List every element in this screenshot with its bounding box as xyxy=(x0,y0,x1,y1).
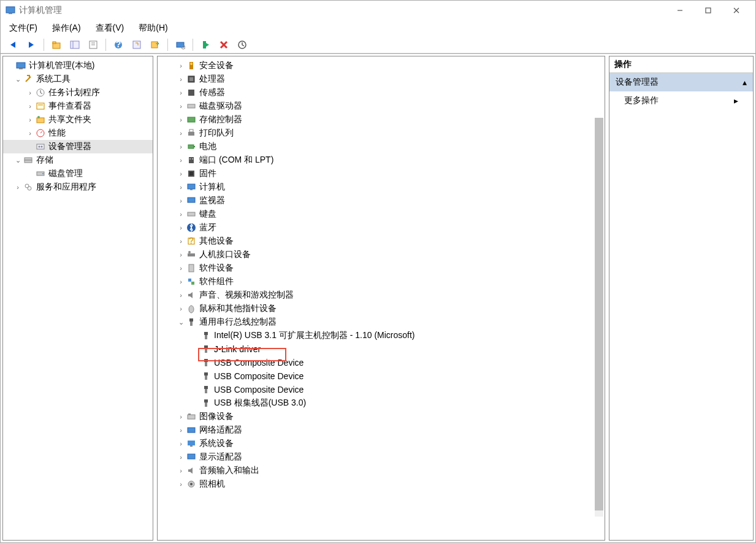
expand-icon[interactable]: › xyxy=(176,264,186,272)
expand-icon[interactable]: › xyxy=(176,426,186,434)
cat-security-devices[interactable]: ›安全设备 xyxy=(158,59,605,72)
collapse-icon[interactable]: ⌄ xyxy=(13,156,23,164)
expand-icon[interactable]: › xyxy=(176,224,186,231)
expand-icon[interactable]: › xyxy=(176,453,186,461)
expand-icon[interactable]: › xyxy=(176,156,186,164)
expand-icon[interactable]: › xyxy=(176,62,186,69)
cat-usb-controllers[interactable]: ⌄通用串行总线控制器 xyxy=(158,315,605,329)
usb-root-hub[interactable]: USB 根集线器(USB 3.0) xyxy=(158,396,605,410)
cat-ports[interactable]: ›端口 (COM 和 LPT) xyxy=(158,153,605,167)
menu-file[interactable]: 文件(F) xyxy=(6,21,41,35)
minimize-button[interactable] xyxy=(666,1,694,20)
show-hide-tree-button[interactable] xyxy=(66,37,83,52)
scan-button[interactable] xyxy=(172,37,189,52)
cat-monitors[interactable]: ›监视器 xyxy=(158,194,605,207)
usb-jlink[interactable]: J-Link driver xyxy=(158,342,605,356)
expand-icon[interactable]: › xyxy=(176,89,186,96)
expand-icon[interactable]: › xyxy=(13,183,23,191)
expand-icon[interactable]: › xyxy=(25,102,35,110)
expand-icon[interactable]: › xyxy=(176,143,186,150)
expand-icon[interactable]: › xyxy=(176,129,186,137)
expand-icon[interactable]: › xyxy=(176,413,186,420)
svg-rect-0 xyxy=(6,7,15,13)
expand-icon[interactable]: › xyxy=(176,116,186,123)
tree-task-scheduler[interactable]: › 任务计划程序 xyxy=(3,86,153,99)
forward-button[interactable] xyxy=(23,37,40,52)
usb-composite-3[interactable]: USB Composite Device xyxy=(158,383,605,396)
cat-disk-drives[interactable]: ›磁盘驱动器 xyxy=(158,99,605,113)
refresh-button[interactable] xyxy=(128,37,145,52)
expand-icon[interactable]: › xyxy=(176,305,186,312)
scrollbar-thumb[interactable] xyxy=(595,118,603,510)
export-button[interactable] xyxy=(147,37,164,52)
cat-software-devices[interactable]: ›软件设备 xyxy=(158,261,605,275)
usb-composite-2[interactable]: USB Composite Device xyxy=(158,369,605,383)
cat-batteries[interactable]: ›电池 xyxy=(158,140,605,153)
expand-icon[interactable]: › xyxy=(176,75,186,83)
help-button[interactable]: ? xyxy=(110,37,127,52)
cat-processors[interactable]: ›处理器 xyxy=(158,72,605,86)
menu-help[interactable]: 帮助(H) xyxy=(135,21,171,35)
cat-firmware[interactable]: ›固件 xyxy=(158,167,605,180)
close-button[interactable] xyxy=(722,1,750,20)
disable-button[interactable] xyxy=(215,37,232,52)
expand-icon[interactable]: › xyxy=(176,291,186,299)
cat-software-components[interactable]: ›软件组件 xyxy=(158,275,605,288)
enable-button[interactable] xyxy=(197,37,214,52)
tree-root[interactable]: 计算机管理(本地) xyxy=(3,59,153,72)
cat-storage-controllers[interactable]: ›存储控制器 xyxy=(158,113,605,126)
up-button[interactable] xyxy=(48,37,65,52)
menu-action[interactable]: 操作(A) xyxy=(48,21,85,35)
expand-icon[interactable]: › xyxy=(25,129,35,137)
expand-icon[interactable]: › xyxy=(176,467,186,474)
tree-services[interactable]: › 服务和应用程序 xyxy=(3,180,153,194)
collapse-icon[interactable]: ⌄ xyxy=(176,318,186,326)
collapse-icon[interactable]: ⌄ xyxy=(13,75,23,83)
actions-more[interactable]: 更多操作 ▸ xyxy=(609,91,753,110)
cat-computer[interactable]: ›计算机 xyxy=(158,180,605,194)
scrollbar[interactable] xyxy=(595,118,603,517)
cat-network[interactable]: ›网络适配器 xyxy=(158,423,605,437)
menu-view[interactable]: 查看(V) xyxy=(92,21,128,35)
tree-disk-mgmt[interactable]: 磁盘管理 xyxy=(3,167,153,180)
expand-icon[interactable]: › xyxy=(176,210,186,218)
cat-cameras[interactable]: ›照相机 xyxy=(158,477,605,491)
cat-system-devices[interactable]: ›系统设备 xyxy=(158,437,605,450)
cat-other-devices[interactable]: ›?其他设备 xyxy=(158,234,605,248)
tree-performance[interactable]: › 性能 xyxy=(3,126,153,140)
cat-sound[interactable]: ›声音、视频和游戏控制器 xyxy=(158,288,605,302)
back-button[interactable] xyxy=(4,37,21,52)
tree-shared-folders[interactable]: › 共享文件夹 xyxy=(3,113,153,126)
properties-button[interactable] xyxy=(85,37,102,52)
cat-bluetooth[interactable]: ›蓝牙 xyxy=(158,221,605,234)
expand-icon[interactable]: › xyxy=(176,183,186,191)
expand-icon[interactable]: › xyxy=(176,170,186,177)
cat-display[interactable]: ›显示适配器 xyxy=(158,450,605,464)
usb-composite-1[interactable]: USB Composite Device xyxy=(158,356,605,369)
tree-device-manager[interactable]: 设备管理器 xyxy=(3,140,153,153)
tree-system-tools[interactable]: ⌄ 系统工具 xyxy=(3,72,153,86)
cat-keyboards[interactable]: ›键盘 xyxy=(158,207,605,221)
update-driver-button[interactable] xyxy=(234,37,251,52)
expand-icon[interactable]: › xyxy=(176,237,186,245)
maximize-button[interactable] xyxy=(694,1,722,20)
expand-icon[interactable]: › xyxy=(176,278,186,285)
cat-imaging[interactable]: ›图像设备 xyxy=(158,410,605,423)
expand-icon[interactable]: › xyxy=(176,197,186,204)
expand-icon[interactable]: › xyxy=(176,440,186,447)
expand-icon[interactable]: › xyxy=(176,480,186,488)
window-controls xyxy=(666,1,750,20)
usb-intel[interactable]: Intel(R) USB 3.1 可扩展主机控制器 - 1.10 (Micros… xyxy=(158,329,605,342)
expand-icon[interactable]: › xyxy=(176,102,186,110)
actions-selected-item[interactable]: 设备管理器 ▴ xyxy=(609,73,753,91)
cat-hid[interactable]: ›人机接口设备 xyxy=(158,248,605,261)
cat-audio-io[interactable]: ›音频输入和输出 xyxy=(158,464,605,477)
tree-storage[interactable]: ⌄ 存储 xyxy=(3,153,153,167)
expand-icon[interactable]: › xyxy=(25,89,35,96)
expand-icon[interactable]: › xyxy=(176,251,186,258)
expand-icon[interactable]: › xyxy=(25,116,35,123)
cat-sensors[interactable]: ›传感器 xyxy=(158,86,605,99)
tree-event-viewer[interactable]: › 事件查看器 xyxy=(3,99,153,113)
cat-print-queues[interactable]: ›打印队列 xyxy=(158,126,605,140)
cat-mice[interactable]: ›鼠标和其他指针设备 xyxy=(158,302,605,315)
